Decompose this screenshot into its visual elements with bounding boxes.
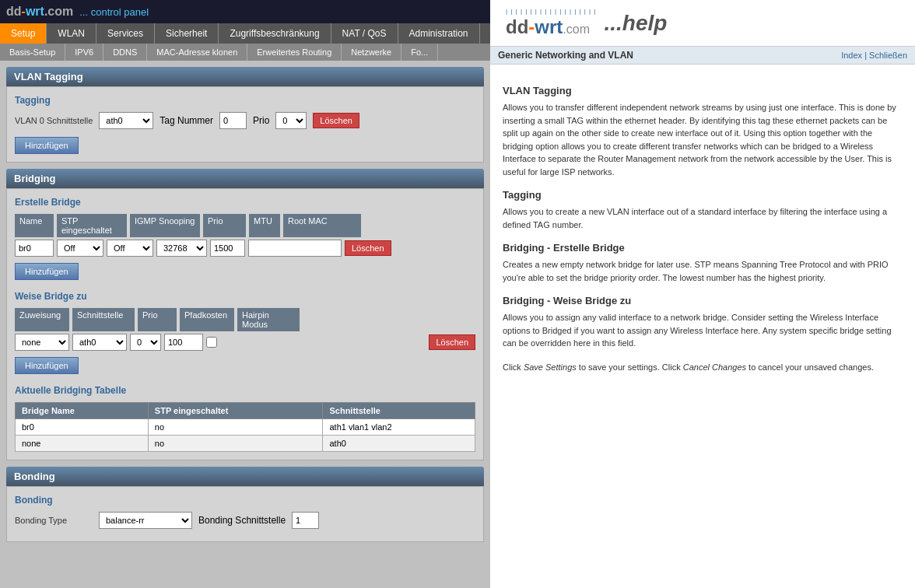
bonding-section: Bonding Bonding Bonding Type balance-rr … [6,467,484,542]
ddwrt-logo-text: dd-wrt.com [506,16,597,38]
help-erstelle-text: Creates a new empty network bridge for l… [503,258,903,284]
erstelle-delete-button[interactable]: Löschen [345,240,391,256]
sub-tabs: Basis-Setup IPV6 DDNS MAC-Adresse klonen… [0,44,490,61]
nav-tab-nat[interactable]: NAT / QoS [331,23,398,44]
cancel-changes-text: Cancel Changes [683,362,746,372]
zuweisung-select[interactable]: nonebr0 [15,334,69,351]
weise-add-button[interactable]: Hinzufügen [15,357,79,374]
nav-tab-admin[interactable]: Administration [398,23,480,44]
erstelle-prio-select[interactable]: 32768 [156,240,207,257]
tabelle-subtitle: Aktuelle Bridging Tabelle [15,385,475,396]
bridging-section-body: Erstelle Bridge Name STP eingeschaltet I… [6,188,484,460]
bridge-table: Bridge Name STP eingeschaltet Schnittste… [15,402,475,452]
sub-tab-fo[interactable]: Fo... [401,44,438,61]
table-row: br0 no ath1 vlan1 vlan2 [16,419,475,436]
erstelle-form-row: OffOn OffOn 32768 Löschen [15,240,475,257]
root-mac-input[interactable] [248,240,342,257]
com-text: .com [563,23,590,37]
left-panel: dd-wrt.com ... control panel Setup WLAN … [0,0,490,588]
vlan-interface-select[interactable]: ath0 [99,112,153,129]
index-link[interactable]: Index [841,51,862,60]
bonding-subtitle: Bonding [15,495,475,506]
vlan-section-body: Tagging VLAN 0 Schnittstelle ath0 Tag Nu… [6,86,484,163]
save-settings-text: Save Settings [524,362,577,372]
pfadkosten-input[interactable] [164,334,203,351]
tagging-subtitle: Tagging [15,95,475,106]
col-igmp: IGMP Snooping [130,214,200,237]
bonding-schnittstelle-label: Bonding Schnittstelle [198,515,286,526]
nav-tab-setup[interactable]: Setup [0,23,47,44]
vlan-section-header: VLAN Tagging [6,67,484,86]
control-panel-label: ... control panel [79,6,149,18]
help-content: VLAN Tagging Allows you to transfer diff… [490,65,915,381]
nav-tab-services[interactable]: Services [96,23,155,44]
tabelle-subsection: Aktuelle Bridging Tabelle Bridge Name ST… [15,385,475,452]
erstelle-subtitle: Erstelle Bridge [15,197,475,208]
top-bar: dd-wrt.com ... control panel [0,0,490,23]
bridging-section: Bridging Erstelle Bridge Name STP einges… [6,169,484,460]
sub-tab-basis[interactable]: Basis-Setup [0,44,65,61]
weise-col-headers: Zuweisung Schnittstelle Prio Pfadkosten … [15,308,475,331]
help-tagging-text: Allows you to create a new VLAN interfac… [503,205,903,231]
col-prio: Prio [203,214,246,237]
help-nav-links: Index | Schließen [841,51,907,60]
bridge-name-input[interactable] [15,240,54,257]
help-vlan-title: VLAN Tagging [503,85,903,96]
tag-nummer-input[interactable] [219,112,247,129]
sub-tab-routing[interactable]: Erweitertes Routing [247,44,342,61]
dd-text: dd [506,16,528,38]
weise-form-row: nonebr0 ath0eth0 0 Löschen [15,334,475,351]
tag-nummer-label: Tag Nummer [160,115,213,126]
help-title-bar: Generic Networking and VLAN Index | Schl… [490,47,915,65]
logo: dd-wrt.com [6,5,73,19]
col-name: Name [15,214,54,237]
weise-schnittstelle-select[interactable]: ath0eth0 [72,334,127,351]
th-schnittstelle: Schnittstelle [323,403,475,419]
weise-delete-button[interactable]: Löschen [429,334,475,350]
help-logo: | | | | | | | | | | | | | | | | | | | dd… [506,8,597,38]
igmp-select[interactable]: OffOn [107,240,153,257]
wrt-text: wrt [535,16,563,38]
col-schnittstelle: Schnittstelle [72,308,135,331]
close-link[interactable]: Schließen [869,51,907,60]
help-weise-title: Bridging - Weise Bridge zu [503,295,903,306]
col-weise-prio: Prio [138,308,177,331]
weise-prio-select[interactable]: 0 [130,334,161,351]
col-pfadkosten: Pfadkosten [180,308,234,331]
sub-tab-ipv6[interactable]: IPV6 [65,44,103,61]
hairpin-checkbox[interactable] [206,337,217,348]
th-stp: STP eingeschaltet [148,403,323,419]
help-vlan-text: Allows you to transfer different indepen… [503,101,903,178]
vlan-delete-button[interactable]: Löschen [313,113,359,128]
row1-iface: ath1 vlan1 vlan2 [323,419,475,436]
erstelle-col-headers: Name STP eingeschaltet IGMP Snooping Pri… [15,214,475,237]
nav-tab-zugriff[interactable]: Zugriffsbeschränkung [219,23,331,44]
stp-select[interactable]: OffOn [57,240,103,257]
help-erstelle-title: Bridging - Erstelle Bridge [503,242,903,254]
bonding-type-label: Bonding Type [15,516,93,525]
bonding-type-select[interactable]: balance-rr active-backup balance-xor bro… [99,512,192,529]
weise-subsection: Weise Bridge zu Zuweisung Schnittstelle … [15,291,475,374]
row1-stp: no [148,419,323,436]
mtu-input[interactable] [210,240,245,257]
col-mtu: MTU [249,214,280,237]
help-save-note: Click Save Settings to save your setting… [503,362,903,372]
sub-tab-ddns[interactable]: DDNS [103,44,147,61]
nav-tab-wlan[interactable]: WLAN [47,23,96,44]
nav-tab-sicherheit[interactable]: Sicherheit [155,23,219,44]
vlan-form-row: VLAN 0 Schnittstelle ath0 Tag Nummer Pri… [15,112,475,129]
weise-subtitle: Weise Bridge zu [15,291,475,302]
sub-tab-netzwerke[interactable]: Netzwerke [342,44,401,61]
col-stp: STP eingeschaltet [57,214,127,237]
vlan-add-button[interactable]: Hinzufügen [15,137,79,154]
bonding-schnittstelle-input[interactable] [292,512,319,529]
sub-tab-mac[interactable]: MAC-Adresse klonen [147,44,247,61]
prio-label: Prio [253,115,269,126]
vlan-interface-label: VLAN 0 Schnittstelle [15,116,93,125]
nav-tabs: Setup WLAN Services Sicherheit Zugriffsb… [0,23,490,44]
col-rootmac: Root MAC [283,214,361,237]
bonding-section-body: Bonding Bonding Type balance-rr active-b… [6,486,484,542]
erstelle-add-button[interactable]: Hinzufügen [15,263,79,280]
prio-select[interactable]: 0 [275,112,307,129]
help-page-title: Generic Networking and VLAN [498,50,633,61]
